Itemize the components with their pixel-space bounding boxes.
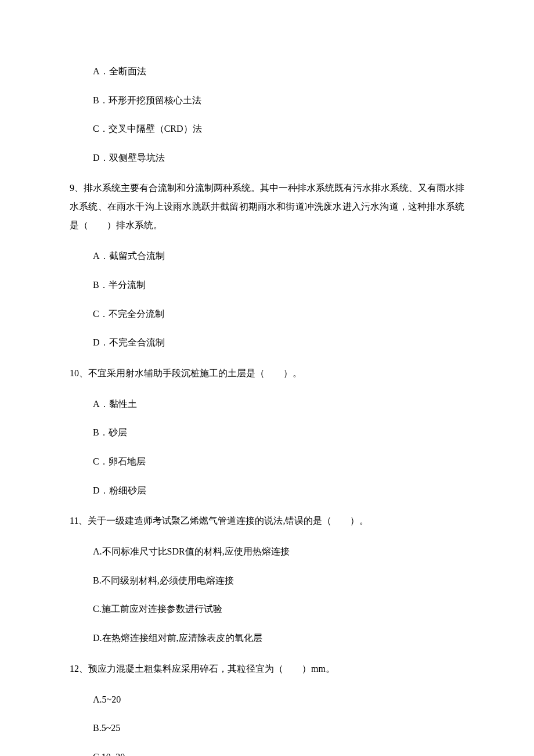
page-content: A．全断面法 B．环形开挖预留核心土法 C．交叉中隔壁（CRD）法 D．双侧壁导… [0,0,534,756]
q9-option-a: A．截留式合流制 [93,249,464,264]
q10-text: 10、不宜采用射水辅助手段沉桩施工的土层是（ ）。 [70,364,464,383]
q9-option-d: D．不完全合流制 [93,335,464,350]
q8-option-c: C．交叉中隔壁（CRD）法 [93,121,464,136]
q12-option-a: A.5~20 [93,692,464,707]
q11-option-a: A.不同标准尺寸比SDR值的材料,应使用热熔连接 [93,544,464,559]
q12-option-c: C.10~20 [93,750,464,756]
q10-option-b: B．砂层 [93,425,464,440]
q11-option-b: B.不同级别材料,必须使用电熔连接 [93,573,464,588]
q8-option-a: A．全断面法 [93,64,464,79]
q11-option-c: C.施工前应对连接参数进行试验 [93,602,464,617]
q9-option-b: B．半分流制 [93,278,464,293]
q8-option-d: D．双侧壁导坑法 [93,150,464,165]
q11-option-d: D.在热熔连接组对前,应清除表皮的氧化层 [93,631,464,646]
q9-text: 9、排水系统主要有合流制和分流制两种系统。其中一种排水系统既有污水排水系统、又有… [70,179,464,235]
q10-option-a: A．黏性土 [93,397,464,412]
q10-option-d: D．粉细砂层 [93,483,464,498]
q11-text: 11、关于一级建造师考试聚乙烯燃气管道连接的说法,错误的是（ ）。 [70,512,464,530]
q8-option-b: B．环形开挖预留核心土法 [93,93,464,108]
q10-option-c: C．卵石地层 [93,454,464,469]
q9-option-c: C．不完全分流制 [93,307,464,322]
q12-option-b: B.5~25 [93,721,464,736]
q12-text: 12、预应力混凝土粗集料应采用碎石，其粒径宜为（ ）mm。 [70,660,464,678]
